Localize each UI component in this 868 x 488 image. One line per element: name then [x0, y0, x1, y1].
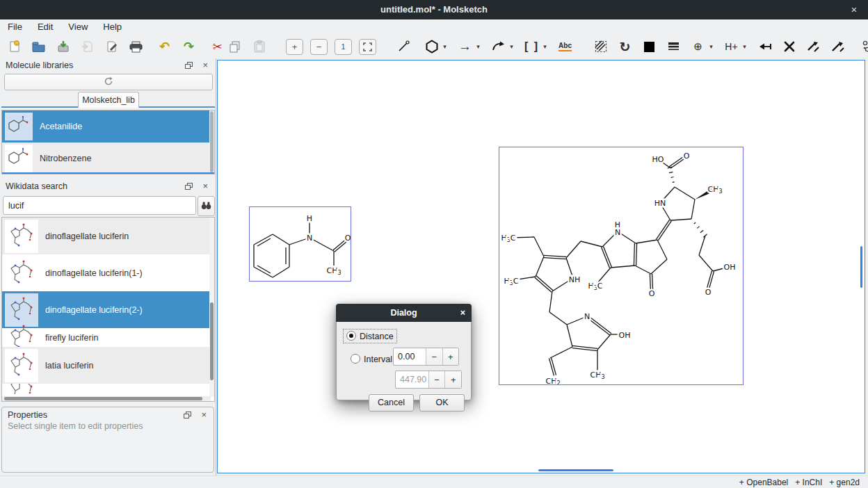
distance-increment-button[interactable]: + [442, 348, 458, 365]
library-item[interactable]: Nitrobenzene [2, 143, 214, 174]
wikidata-search-button[interactable] [198, 196, 215, 216]
close-panel-icon[interactable]: × [201, 409, 207, 421]
library-item[interactable]: Acetanilide [2, 111, 214, 143]
hatch-fill-tool[interactable] [592, 38, 609, 56]
distance-decrement-button[interactable]: − [426, 348, 442, 365]
svg-text:OH: OH [724, 263, 736, 272]
cancel-button[interactable]: Cancel [369, 394, 414, 412]
library-list-scrollbar[interactable] [209, 111, 214, 174]
close-panel-icon[interactable]: × [202, 60, 208, 71]
float-panel-icon[interactable] [185, 183, 193, 193]
color-swatch-button[interactable] [641, 38, 658, 56]
draw-bond-tool[interactable] [394, 38, 412, 56]
library-list-hscrollbar[interactable] [2, 172, 214, 174]
libraries-panel-title: Molecule libraries [6, 60, 73, 72]
ok-button[interactable]: OK [419, 394, 465, 412]
ring-tool-caret[interactable]: ▾ [440, 38, 449, 56]
print-button[interactable] [127, 38, 145, 56]
wikidata-result-item[interactable]: firefly luciferin [2, 328, 214, 347]
close-panel-icon[interactable]: × [202, 181, 208, 192]
redo-button[interactable]: ↷ [180, 38, 198, 56]
wikidata-search-input[interactable] [3, 196, 196, 215]
dialog-close-icon[interactable]: × [460, 304, 465, 322]
svg-text:O: O [345, 234, 351, 243]
interval-value[interactable]: 447.90 [396, 371, 428, 388]
float-panel-icon[interactable] [184, 412, 191, 421]
menu-view[interactable]: View [61, 19, 95, 35]
distance-label: Distance [360, 332, 394, 341]
reaction-arrow-tool[interactable]: → [456, 38, 474, 56]
wikidata-result-label: dinoflagellate luciferin(2-) [45, 305, 143, 315]
bracket-tool[interactable]: [ ] [523, 38, 540, 56]
library-item-label: Nitrobenzene [40, 154, 91, 163]
refresh-libraries-button[interactable] [4, 74, 213, 90]
new-file-button[interactable] [6, 38, 23, 56]
interval-increment-button[interactable]: + [444, 371, 461, 388]
ring-tool[interactable] [423, 38, 440, 56]
text-tool[interactable]: Abc [556, 38, 574, 56]
connect-tool[interactable] [756, 38, 773, 56]
mechanism-arrow-tool[interactable] [490, 38, 507, 56]
wikidata-result-item[interactable] [2, 384, 214, 394]
properties-panel-header: Properties × [2, 409, 214, 421]
zoom-out-button[interactable]: − [310, 38, 328, 56]
molecule-thumbnail [5, 257, 38, 290]
distance-radio[interactable] [346, 331, 356, 341]
copy-button[interactable] [226, 38, 243, 56]
optimize-tool[interactable] [829, 38, 846, 56]
undo-button[interactable]: ↶ [156, 38, 173, 56]
hydrogen-tool[interactable]: H+ [723, 38, 740, 56]
molecule-dinoflagellate-luciferin[interactable]: HOOCH3HNHNH3CNHH3CH3COOHONOHCH3CH2 [499, 147, 744, 385]
wikidata-list-vscrollbar[interactable] [209, 218, 214, 397]
export-button[interactable] [103, 38, 120, 56]
wikidata-panel-header: Wikidata search × [0, 181, 216, 193]
menu-file[interactable]: File [0, 19, 30, 35]
cut-button[interactable]: ✂ [209, 38, 226, 56]
delete-tool[interactable] [780, 38, 798, 56]
zoom-fit-button[interactable] [359, 38, 376, 56]
save-as-button[interactable] [79, 38, 96, 56]
svg-text:O: O [705, 288, 712, 297]
wikidata-result-item[interactable]: dinoflagellate luciferin(1-) [2, 254, 214, 291]
save-button[interactable] [54, 38, 72, 56]
molecule-thumbnail [5, 293, 38, 327]
tab-molsketch-lib[interactable]: Molsketch_lib [78, 92, 139, 108]
rotate-tool[interactable]: ↻ [616, 38, 634, 56]
wikidata-result-item[interactable]: latia luciferin [2, 347, 214, 384]
menu-help[interactable]: Help [95, 19, 129, 35]
zoom-in-button[interactable]: + [286, 38, 303, 56]
menu-edit[interactable]: Edit [30, 19, 61, 35]
distance-value[interactable]: 0.00 [394, 348, 426, 365]
charge-tool[interactable]: ⊕ [689, 38, 707, 56]
interval-spinbox: 447.90 − + [395, 371, 462, 389]
bracket-tool-caret[interactable]: ▾ [540, 38, 549, 56]
interval-radio-group[interactable]: Interval [351, 354, 392, 364]
flip-horizontal-tool[interactable] [858, 38, 868, 56]
distance-radio-group[interactable]: Distance [344, 330, 396, 342]
mechanism-arrow-caret[interactable]: ▾ [507, 38, 516, 56]
wikidata-search [3, 196, 196, 215]
drawing-canvas[interactable]: HNOCH3 HOOCH3HNHNH3CNHH3CH3COOHONOHCH3CH… [217, 60, 865, 473]
line-width-button[interactable] [665, 38, 682, 56]
libraries-panel-header: Molecule libraries × [0, 60, 216, 72]
canvas-hscrollbar-thumb[interactable] [538, 469, 613, 471]
minimize-tool[interactable] [805, 38, 822, 56]
wikidata-result-item[interactable]: dinoflagellate luciferin [2, 218, 214, 254]
charge-tool-caret[interactable]: ▾ [707, 38, 716, 56]
canvas-vscrollbar-thumb[interactable] [860, 246, 862, 288]
interval-radio[interactable] [351, 354, 360, 364]
open-file-button[interactable] [30, 38, 47, 56]
paste-button[interactable] [250, 38, 268, 56]
zoom-original-button[interactable]: 1 [335, 38, 352, 56]
window-title: untitled.mol* - Molsketch [0, 0, 868, 19]
svg-text:NH: NH [569, 275, 581, 284]
molecule-acetanilide[interactable]: HNOCH3 [249, 206, 351, 282]
dialog-window: Dialog × Distance 0.00 − + Interval 447.… [336, 304, 472, 400]
reaction-arrow-caret[interactable]: ▾ [474, 38, 483, 56]
dialog-title-bar[interactable]: Dialog × [336, 304, 472, 322]
float-panel-icon[interactable] [185, 62, 193, 72]
interval-decrement-button[interactable]: − [428, 371, 445, 388]
window-close-icon[interactable]: × [846, 0, 862, 19]
hydrogen-tool-caret[interactable]: ▾ [740, 38, 749, 56]
wikidata-list-hscrollbar[interactable] [2, 396, 211, 401]
